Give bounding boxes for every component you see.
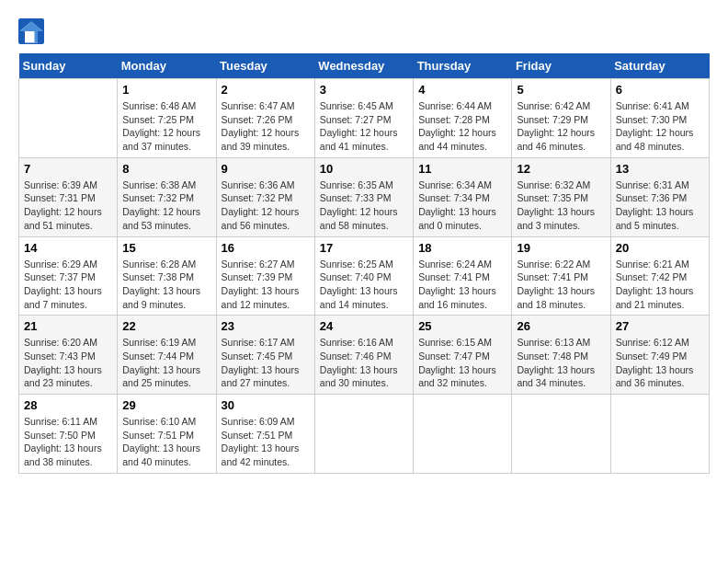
daylight-label: Daylight: 13 hours and 5 minutes. — [616, 206, 694, 231]
daylight-label: Daylight: 13 hours and 27 minutes. — [222, 364, 300, 389]
day-info: Sunrise: 6:45 AM Sunset: 7:27 PM Dayligh… — [320, 99, 408, 154]
calendar-cell: 8 Sunrise: 6:38 AM Sunset: 7:32 PM Dayli… — [118, 157, 216, 236]
daylight-label: Daylight: 12 hours and 51 minutes. — [24, 206, 102, 231]
calendar-cell — [610, 395, 709, 474]
day-number: 28 — [24, 398, 112, 412]
sunrise-label: Sunrise: 6:44 AM — [418, 100, 492, 111]
daylight-label: Daylight: 13 hours and 42 minutes. — [222, 442, 300, 467]
daylight-label: Daylight: 13 hours and 21 minutes. — [616, 285, 694, 310]
sunrise-label: Sunrise: 6:21 AM — [616, 259, 689, 270]
calendar-cell: 23 Sunrise: 6:17 AM Sunset: 7:45 PM Dayl… — [216, 316, 314, 395]
sunrise-label: Sunrise: 6:42 AM — [517, 100, 590, 111]
calendar-cell: 12 Sunrise: 6:32 AM Sunset: 7:35 PM Dayl… — [512, 157, 610, 236]
sunrise-label: Sunrise: 6:25 AM — [320, 259, 393, 270]
weekday-header-tuesday: Tuesday — [216, 53, 314, 79]
day-number: 16 — [222, 241, 310, 255]
day-info: Sunrise: 6:17 AM Sunset: 7:45 PM Dayligh… — [222, 336, 310, 390]
day-number: 23 — [222, 319, 310, 333]
sunrise-label: Sunrise: 6:39 AM — [24, 179, 97, 190]
sunset-label: Sunset: 7:47 PM — [418, 350, 490, 362]
daylight-label: Daylight: 13 hours and 25 minutes. — [122, 364, 200, 389]
day-info: Sunrise: 6:20 AM Sunset: 7:43 PM Dayligh… — [24, 336, 112, 390]
day-info: Sunrise: 6:11 AM Sunset: 7:50 PM Dayligh… — [24, 415, 112, 469]
daylight-label: Daylight: 13 hours and 34 minutes. — [517, 364, 595, 389]
day-number: 30 — [222, 398, 310, 412]
day-info: Sunrise: 6:35 AM Sunset: 7:33 PM Dayligh… — [320, 178, 408, 233]
day-info: Sunrise: 6:34 AM Sunset: 7:34 PM Dayligh… — [418, 178, 506, 233]
day-info: Sunrise: 6:38 AM Sunset: 7:32 PM Dayligh… — [122, 178, 210, 233]
calendar-cell: 6 Sunrise: 6:41 AM Sunset: 7:30 PM Dayli… — [610, 79, 709, 158]
daylight-label: Daylight: 12 hours and 46 minutes. — [517, 127, 595, 152]
calendar-cell — [414, 395, 512, 474]
sunset-label: Sunset: 7:46 PM — [320, 350, 392, 362]
calendar-cell: 9 Sunrise: 6:36 AM Sunset: 7:32 PM Dayli… — [216, 157, 314, 236]
day-info: Sunrise: 6:12 AM Sunset: 7:49 PM Dayligh… — [616, 336, 704, 390]
sunset-label: Sunset: 7:51 PM — [222, 430, 293, 441]
sunset-label: Sunset: 7:45 PM — [222, 350, 293, 362]
sunrise-label: Sunrise: 6:47 AM — [222, 100, 295, 111]
calendar-week-row: 21 Sunrise: 6:20 AM Sunset: 7:43 PM Dayl… — [19, 316, 710, 395]
calendar-cell: 15 Sunrise: 6:28 AM Sunset: 7:38 PM Dayl… — [118, 236, 216, 316]
day-number: 21 — [24, 319, 112, 333]
sunrise-label: Sunrise: 6:22 AM — [517, 259, 590, 270]
calendar-cell: 11 Sunrise: 6:34 AM Sunset: 7:34 PM Dayl… — [414, 157, 512, 236]
sunrise-label: Sunrise: 6:13 AM — [517, 337, 590, 348]
sunset-label: Sunset: 7:36 PM — [616, 192, 688, 203]
calendar-cell: 3 Sunrise: 6:45 AM Sunset: 7:27 PM Dayli… — [314, 79, 413, 158]
calendar-cell — [512, 395, 610, 474]
sunrise-label: Sunrise: 6:15 AM — [418, 337, 492, 348]
day-number: 8 — [122, 162, 210, 176]
daylight-label: Daylight: 12 hours and 39 minutes. — [222, 127, 300, 152]
sunrise-label: Sunrise: 6:10 AM — [122, 416, 196, 427]
calendar-cell: 7 Sunrise: 6:39 AM Sunset: 7:31 PM Dayli… — [19, 157, 118, 236]
day-info: Sunrise: 6:10 AM Sunset: 7:51 PM Dayligh… — [122, 415, 210, 469]
sunset-label: Sunset: 7:27 PM — [320, 114, 392, 125]
calendar-cell: 5 Sunrise: 6:42 AM Sunset: 7:29 PM Dayli… — [512, 79, 610, 158]
sunset-label: Sunset: 7:33 PM — [320, 192, 392, 203]
daylight-label: Daylight: 12 hours and 56 minutes. — [222, 206, 300, 231]
sunrise-label: Sunrise: 6:29 AM — [24, 259, 97, 270]
sunset-label: Sunset: 7:41 PM — [517, 271, 588, 282]
daylight-label: Daylight: 13 hours and 3 minutes. — [517, 206, 595, 231]
day-info: Sunrise: 6:36 AM Sunset: 7:32 PM Dayligh… — [222, 178, 310, 233]
sunset-label: Sunset: 7:38 PM — [122, 271, 194, 282]
calendar-cell: 4 Sunrise: 6:44 AM Sunset: 7:28 PM Dayli… — [414, 79, 512, 158]
page-header — [18, 18, 710, 44]
calendar-cell: 28 Sunrise: 6:11 AM Sunset: 7:50 PM Dayl… — [19, 395, 118, 474]
day-info: Sunrise: 6:19 AM Sunset: 7:44 PM Dayligh… — [122, 336, 210, 390]
calendar-cell: 10 Sunrise: 6:35 AM Sunset: 7:33 PM Dayl… — [314, 157, 413, 236]
daylight-label: Daylight: 13 hours and 14 minutes. — [320, 285, 398, 310]
calendar-cell: 1 Sunrise: 6:48 AM Sunset: 7:25 PM Dayli… — [118, 79, 216, 158]
day-info: Sunrise: 6:27 AM Sunset: 7:39 PM Dayligh… — [222, 258, 310, 312]
weekday-header-monday: Monday — [118, 53, 216, 79]
weekday-header-wednesday: Wednesday — [314, 53, 413, 79]
sunset-label: Sunset: 7:43 PM — [24, 350, 96, 362]
day-info: Sunrise: 6:39 AM Sunset: 7:31 PM Dayligh… — [24, 178, 112, 233]
day-info: Sunrise: 6:29 AM Sunset: 7:37 PM Dayligh… — [24, 258, 112, 312]
sunset-label: Sunset: 7:37 PM — [24, 271, 96, 282]
sunrise-label: Sunrise: 6:20 AM — [24, 337, 97, 348]
day-info: Sunrise: 6:48 AM Sunset: 7:25 PM Dayligh… — [122, 99, 210, 154]
calendar-cell — [19, 79, 118, 158]
sunset-label: Sunset: 7:49 PM — [616, 350, 688, 362]
weekday-header-sunday: Sunday — [19, 53, 118, 79]
day-number: 2 — [222, 83, 310, 97]
sunset-label: Sunset: 7:44 PM — [122, 350, 194, 362]
day-number: 27 — [616, 319, 704, 333]
sunrise-label: Sunrise: 6:35 AM — [320, 179, 393, 190]
day-number: 25 — [418, 319, 506, 333]
day-info: Sunrise: 6:09 AM Sunset: 7:51 PM Dayligh… — [222, 415, 310, 469]
daylight-label: Daylight: 13 hours and 40 minutes. — [122, 442, 200, 467]
day-number: 24 — [320, 319, 408, 333]
day-number: 19 — [517, 241, 605, 255]
sunrise-label: Sunrise: 6:34 AM — [418, 179, 492, 190]
calendar-cell — [314, 395, 413, 474]
sunrise-label: Sunrise: 6:31 AM — [616, 179, 689, 190]
sunset-label: Sunset: 7:42 PM — [616, 271, 688, 282]
sunrise-label: Sunrise: 6:19 AM — [122, 337, 196, 348]
day-number: 14 — [24, 241, 112, 255]
daylight-label: Daylight: 13 hours and 36 minutes. — [616, 364, 694, 389]
day-number: 11 — [418, 162, 506, 176]
day-info: Sunrise: 6:28 AM Sunset: 7:38 PM Dayligh… — [122, 258, 210, 312]
daylight-label: Daylight: 12 hours and 44 minutes. — [418, 127, 496, 152]
